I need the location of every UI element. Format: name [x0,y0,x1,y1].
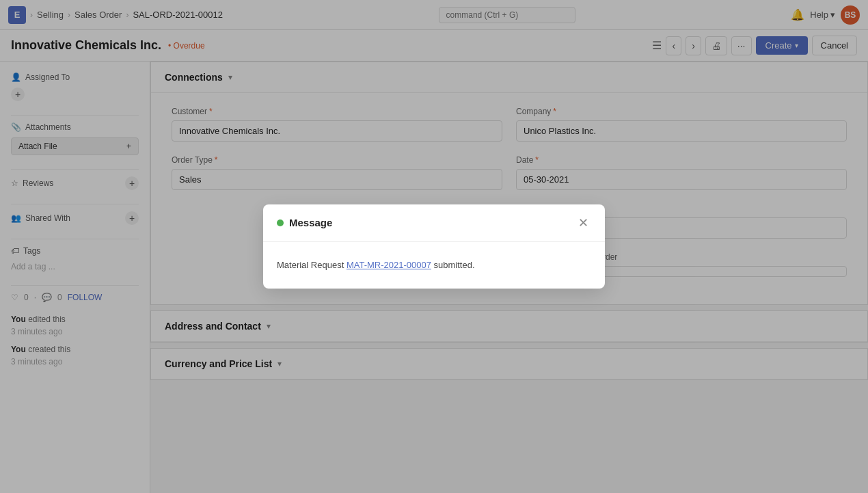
modal-close-button[interactable]: ✕ [575,215,591,230]
modal-status-dot [277,219,284,226]
modal-message-pre: Material Request [277,260,347,270]
modal-overlay[interactable]: Message ✕ Material Request MAT-MR-2021-0… [0,0,868,493]
modal-message-link[interactable]: MAT-MR-2021-00007 [347,260,431,270]
modal-title-row: Message [277,217,332,228]
modal-body: Material Request MAT-MR-2021-00007 submi… [263,242,605,289]
modal-message-post: submitted. [431,260,475,270]
modal: Message ✕ Material Request MAT-MR-2021-0… [263,204,605,289]
modal-title: Message [289,217,332,228]
modal-header: Message ✕ [263,204,605,242]
